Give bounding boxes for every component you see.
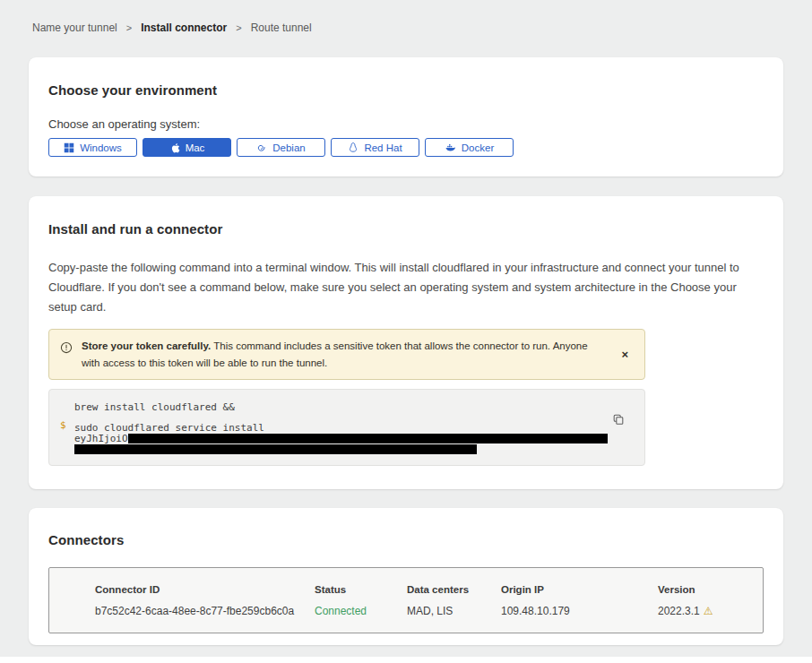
connectors-card-title: Connectors — [48, 532, 764, 547]
os-button-docker[interactable]: Docker — [425, 138, 514, 157]
install-card-title: Install and run a connector — [48, 221, 764, 237]
col-header-status: Status — [315, 584, 407, 595]
version-value: 2022.3.1 — [658, 605, 700, 617]
redacted-token-bar — [128, 434, 608, 443]
breadcrumb-separator: > — [126, 22, 132, 33]
token-warning-banner: Store your token carefully. This command… — [48, 329, 645, 380]
token-warning-bold: Store your token carefully. — [82, 340, 211, 351]
command-line-token: eyJhIjoiO — [74, 434, 609, 443]
cell-origin-ip: 109.48.10.179 — [501, 605, 658, 617]
os-button-label: Docker — [462, 142, 494, 153]
token-warning-text: Store your token carefully. This command… — [82, 338, 607, 371]
os-button-redhat[interactable]: Red Hat — [331, 138, 419, 157]
col-header-data-centers: Data centers — [407, 584, 501, 595]
version-warning-icon[interactable]: ⚠ — [704, 605, 713, 617]
redhat-icon — [348, 142, 358, 153]
token-prefix: eyJhIjoiO — [74, 433, 128, 444]
cell-connector-id: b7c52c42-6caa-48ee-8c77-fbe259cb6c0a — [95, 605, 315, 617]
col-header-origin-ip: Origin IP — [501, 584, 658, 595]
os-button-group: Windows Mac Debian Red Hat Docker — [48, 138, 764, 157]
bottom-strip — [0, 657, 812, 663]
os-button-label: Red Hat — [364, 142, 402, 153]
breadcrumb-separator: > — [236, 22, 241, 33]
connectors-table: Connector ID Status Data centers Origin … — [48, 567, 764, 633]
close-icon[interactable]: × — [616, 349, 634, 360]
apple-icon — [169, 142, 180, 154]
choose-environment-card: Choose your environment Choose an operat… — [29, 57, 783, 177]
os-select-label: Choose an operating system: — [48, 117, 764, 131]
install-description: Copy-paste the following command into a … — [48, 258, 764, 316]
debian-icon — [256, 142, 267, 153]
col-header-connector-id: Connector ID — [95, 584, 315, 595]
copy-icon[interactable] — [612, 413, 625, 428]
breadcrumb-route-tunnel[interactable]: Route tunnel — [251, 22, 312, 34]
os-button-label: Debian — [272, 142, 305, 153]
command-line-brew: brew install cloudflared && — [74, 401, 609, 413]
os-button-windows[interactable]: Windows — [48, 138, 137, 157]
os-button-mac[interactable]: Mac — [143, 138, 231, 157]
os-button-debian[interactable]: Debian — [237, 138, 325, 157]
docker-icon — [445, 142, 456, 153]
redacted-token-bar — [74, 444, 477, 454]
windows-icon — [64, 142, 74, 153]
breadcrumb: Name your tunnel > Install connector > R… — [0, 0, 812, 34]
col-header-version: Version — [658, 584, 763, 595]
environment-card-title: Choose your environment — [48, 82, 764, 98]
cell-version: 2022.3.1⚠ — [658, 605, 763, 617]
os-button-label: Windows — [80, 142, 122, 153]
connectors-card: Connectors Connector ID Status Data cent… — [29, 508, 783, 645]
install-command-codeblock: $ brew install cloudflared && sudo cloud… — [48, 389, 645, 466]
install-connector-card: Install and run a connector Copy-paste t… — [29, 196, 783, 489]
breadcrumb-install-connector[interactable]: Install connector — [141, 22, 227, 34]
breadcrumb-name-your-tunnel[interactable]: Name your tunnel — [32, 22, 117, 34]
cell-data-centers: MAD, LIS — [407, 605, 501, 617]
command-line-service-install: sudo cloudflared service install — [74, 422, 609, 434]
alert-circle-icon — [60, 341, 73, 354]
cell-status: Connected — [315, 605, 407, 617]
os-button-label: Mac — [186, 142, 205, 153]
terminal-prompt: $ — [60, 419, 66, 431]
